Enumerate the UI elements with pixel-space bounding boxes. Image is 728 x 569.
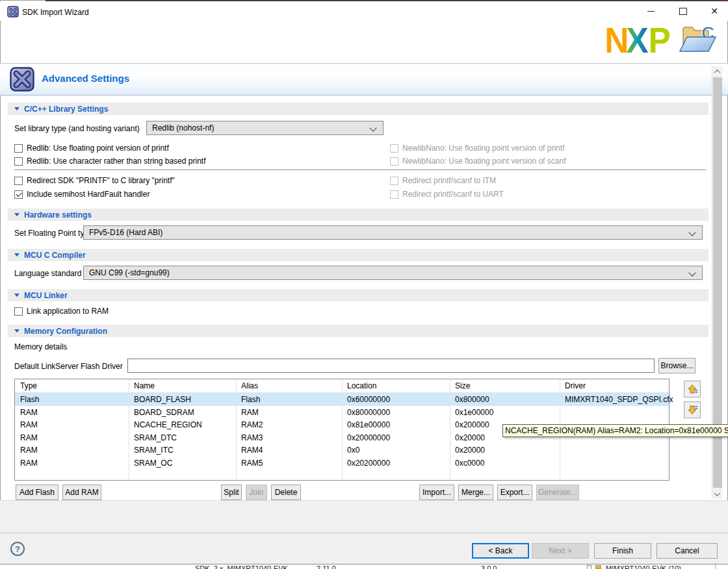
column-header-alias[interactable]: Alias (241, 381, 258, 390)
background-text-fragment: 2.11.0 (317, 564, 336, 569)
merge-button[interactable]: Merge... (458, 485, 493, 500)
cell-alias: RAM4 (241, 446, 263, 455)
cell-location: 0x20200000 (347, 459, 390, 468)
browse-button[interactable]: Browse... (658, 358, 696, 373)
table-row[interactable]: RAM SRAM_ITC RAM4 0x0 0x20000 (15, 444, 669, 457)
cell-size: 0xc0000 (455, 459, 484, 468)
fpu-type-value: FPv5-D16 (Hard ABI) (89, 228, 162, 237)
library-type-dropdown[interactable]: Redlib (nohost-nf) (146, 121, 384, 135)
help-button[interactable]: ? (10, 542, 25, 556)
cell-alias: RAM (241, 408, 259, 417)
generate-button[interactable]: Generate... (536, 485, 579, 500)
section-title: MCU C Compiler (24, 251, 86, 260)
split-button[interactable]: Split (221, 485, 242, 500)
cell-location: 0x20000000 (347, 433, 390, 442)
export-button[interactable]: Export... (497, 485, 532, 500)
section-hardware-settings[interactable]: Hardware settings (8, 209, 708, 221)
collapse-triangle-icon (14, 107, 20, 110)
close-button[interactable]: ✕ (705, 4, 724, 18)
section-mcu-linker[interactable]: MCU Linker (8, 289, 708, 301)
move-down-button[interactable] (684, 401, 701, 418)
column-header-size[interactable]: Size (455, 381, 470, 390)
column-header-name[interactable]: Name (134, 381, 155, 390)
scroll-up-button[interactable] (712, 66, 722, 77)
table-row[interactable]: Flash BOARD_FLASH Flash 0x60000000 0x800… (15, 393, 669, 406)
checkbox-label: NewlibNano: Use floating point version o… (402, 157, 566, 166)
collapse-triangle-icon (14, 213, 20, 216)
cell-alias: Flash (241, 395, 260, 404)
memory-region-tooltip: NCACHE_REGION(RAM) Alias=RAM2: Location=… (502, 424, 728, 437)
chevron-down-icon (714, 490, 721, 496)
checkbox-newlibnano-printf[interactable]: NewlibNano: Use floating point version o… (390, 143, 564, 153)
checkbox-newlibnano-scanf[interactable]: NewlibNano: Use floating point version o… (390, 156, 566, 166)
checkbox-redirect-sdk-printf[interactable]: Redirect SDK "PRINTF" to C library "prin… (14, 175, 175, 186)
section-title: C/C++ Library Settings (24, 105, 108, 114)
wizard-x-icon (10, 67, 34, 92)
join-button[interactable]: Join (246, 485, 267, 500)
svg-text:P: P (648, 23, 670, 57)
collapse-triangle-icon (14, 253, 20, 257)
background-window-sliver: SDK_2.x_MIMXRT1040-EVK 2.11.0 3.0.0 MIMX… (0, 564, 728, 569)
checkbox-redirect-uart[interactable]: Redirect printf/scanf to UART (390, 189, 504, 199)
cell-type: Flash (20, 395, 39, 404)
flash-driver-input[interactable] (127, 359, 655, 373)
app-icon (7, 6, 19, 18)
cell-type: RAM (20, 408, 38, 417)
cell-location: 0x0 (347, 446, 359, 455)
checkbox-label: Redirect printf/scanf to ITM (402, 176, 496, 185)
table-row[interactable]: RAM BOARD_SDRAM RAM 0x80000000 0x1e00000 (15, 406, 669, 419)
maximize-button[interactable] (673, 4, 693, 18)
help-icon: ? (15, 544, 20, 554)
checkbox-icon (14, 177, 23, 185)
table-row[interactable]: RAM SRAM_OC RAM5 0x20200000 0xc0000 (15, 457, 669, 470)
section-mcu-c-compiler[interactable]: MCU C Compiler (8, 249, 708, 261)
checkbox-redlib-char-printf[interactable]: Redlib: Use character rather than string… (14, 156, 205, 166)
scroll-down-button[interactable] (712, 488, 722, 499)
checkbox-icon (390, 157, 398, 166)
finish-button[interactable]: Finish (594, 543, 651, 559)
minimize-icon (647, 11, 655, 12)
checkbox-icon (14, 157, 23, 166)
move-up-icon (686, 383, 698, 395)
section-library-settings[interactable]: C/C++ Library Settings (8, 103, 708, 115)
section-memory-configuration[interactable]: Memory Configuration (8, 325, 708, 337)
add-flash-button[interactable]: Add Flash (16, 485, 58, 500)
language-standard-dropdown[interactable]: GNU C99 (-std=gnu99) (83, 266, 703, 280)
library-type-label: Set library type (and hosting variant) (14, 124, 140, 133)
delete-button[interactable]: Delete (271, 485, 301, 500)
cell-name: NCACHE_REGION (134, 420, 202, 429)
move-up-button[interactable] (684, 381, 701, 398)
cancel-button[interactable]: Cancel (656, 543, 718, 559)
next-button[interactable]: Next > (532, 543, 589, 559)
cell-size: 0x800000 (455, 395, 489, 404)
cell-location: 0x80000000 (347, 408, 390, 417)
background-text-fragment: SDK_2.x_MIMXRT1040-EVK (195, 564, 288, 569)
checkbox-redirect-itm[interactable]: Redirect printf/scanf to ITM (390, 175, 496, 186)
back-button[interactable]: < Back (472, 543, 529, 559)
checkbox-label: NewlibNano: Use floating point version o… (402, 144, 564, 153)
checkbox-icon (390, 144, 398, 153)
column-header-location[interactable]: Location (347, 381, 376, 390)
svg-text:X: X (626, 23, 648, 57)
fpu-type-dropdown[interactable]: FPv5-D16 (Hard ABI) (83, 225, 703, 240)
title-bar: SDK Import Wizard ✕ (0, 1, 728, 21)
cell-size: 0x1e00000 (455, 408, 493, 417)
flash-driver-label: Default LinkServer Flash Driver (14, 362, 123, 371)
checkbox-link-application-to-ram[interactable]: Link application to RAM (14, 306, 109, 316)
add-ram-button[interactable]: Add RAM (62, 485, 101, 500)
checkbox-redlib-float-printf[interactable]: Redlib: Use floating point version of pr… (14, 143, 169, 153)
minimize-button[interactable] (641, 4, 660, 18)
cell-driver: MIMXRT1040_SFDP_QSPI.cfx (565, 395, 673, 404)
checkbox-icon (390, 190, 398, 199)
maximize-icon (679, 8, 687, 15)
column-header-type[interactable]: Type (20, 381, 37, 390)
import-button[interactable]: Import... (419, 485, 454, 500)
checkbox-include-semihost-hardfault[interactable]: Include semihost HardFault handler (14, 189, 150, 199)
language-standard-label: Language standard (14, 269, 81, 278)
checkbox-label: Redlib: Use character rather than string… (27, 157, 205, 166)
checkbox-group-divider (14, 170, 706, 170)
section-title: MCU Linker (24, 291, 68, 300)
memory-details-label: Memory details (14, 342, 67, 351)
cell-name: BOARD_SDRAM (134, 408, 194, 417)
column-header-driver[interactable]: Driver (565, 381, 586, 390)
